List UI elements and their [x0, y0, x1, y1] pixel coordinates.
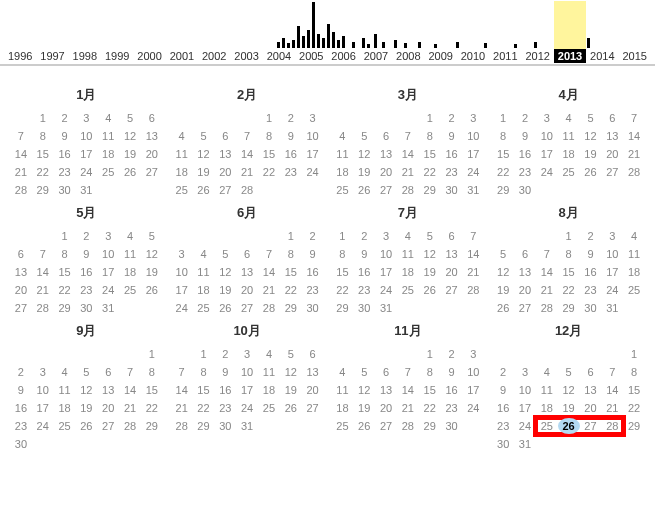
- day-2-7[interactable]: 7: [236, 128, 258, 144]
- day-11-11[interactable]: 11: [332, 382, 354, 398]
- day-2-27[interactable]: 27: [214, 182, 236, 198]
- day-12-5[interactable]: 5: [558, 364, 580, 380]
- day-8-14[interactable]: 14: [536, 264, 558, 280]
- day-5-21[interactable]: 21: [32, 282, 54, 298]
- day-9-1[interactable]: 1: [141, 346, 163, 362]
- day-5-15[interactable]: 15: [54, 264, 76, 280]
- day-4-8[interactable]: 8: [492, 128, 514, 144]
- day-11-8[interactable]: 8: [419, 364, 441, 380]
- day-4-2[interactable]: 2: [514, 110, 536, 126]
- day-8-22[interactable]: 22: [558, 282, 580, 298]
- day-4-20[interactable]: 20: [601, 146, 623, 162]
- day-1-2[interactable]: 2: [54, 110, 76, 126]
- day-8-2[interactable]: 2: [580, 228, 602, 244]
- day-6-15[interactable]: 15: [280, 264, 302, 280]
- day-7-6[interactable]: 6: [441, 228, 463, 244]
- year-2007[interactable]: 2007: [360, 49, 392, 63]
- day-12-3[interactable]: 3: [514, 364, 536, 380]
- day-2-5[interactable]: 5: [193, 128, 215, 144]
- day-5-31[interactable]: 31: [97, 300, 119, 316]
- day-1-9[interactable]: 9: [54, 128, 76, 144]
- day-12-17[interactable]: 17: [514, 400, 536, 416]
- day-2-26[interactable]: 26: [193, 182, 215, 198]
- day-7-7[interactable]: 7: [462, 228, 484, 244]
- day-12-31[interactable]: 31: [514, 436, 536, 452]
- day-1-12[interactable]: 12: [119, 128, 141, 144]
- year-2013[interactable]: 2013: [554, 49, 586, 63]
- day-4-13[interactable]: 13: [601, 128, 623, 144]
- day-7-4[interactable]: 4: [397, 228, 419, 244]
- day-3-1[interactable]: 1: [419, 110, 441, 126]
- day-7-3[interactable]: 3: [375, 228, 397, 244]
- day-12-23[interactable]: 23: [492, 418, 514, 434]
- day-8-24[interactable]: 24: [601, 282, 623, 298]
- day-12-26[interactable]: 26: [558, 418, 580, 434]
- day-5-16[interactable]: 16: [75, 264, 97, 280]
- day-4-25[interactable]: 25: [558, 164, 580, 180]
- day-10-9[interactable]: 9: [214, 364, 236, 380]
- year-1997[interactable]: 1997: [36, 49, 68, 63]
- day-5-9[interactable]: 9: [75, 246, 97, 262]
- day-6-12[interactable]: 12: [214, 264, 236, 280]
- day-11-26[interactable]: 26: [353, 418, 375, 434]
- day-10-30[interactable]: 30: [214, 418, 236, 434]
- day-2-22[interactable]: 22: [258, 164, 280, 180]
- day-2-9[interactable]: 9: [280, 128, 302, 144]
- day-3-20[interactable]: 20: [375, 164, 397, 180]
- day-5-13[interactable]: 13: [10, 264, 32, 280]
- day-1-20[interactable]: 20: [141, 146, 163, 162]
- day-7-5[interactable]: 5: [419, 228, 441, 244]
- day-2-23[interactable]: 23: [280, 164, 302, 180]
- day-6-16[interactable]: 16: [302, 264, 324, 280]
- day-5-10[interactable]: 10: [97, 246, 119, 262]
- day-2-18[interactable]: 18: [171, 164, 193, 180]
- day-11-13[interactable]: 13: [375, 382, 397, 398]
- day-4-26[interactable]: 26: [580, 164, 602, 180]
- day-2-1[interactable]: 1: [258, 110, 280, 126]
- day-3-19[interactable]: 19: [353, 164, 375, 180]
- day-12-7[interactable]: 7: [601, 364, 623, 380]
- day-3-28[interactable]: 28: [397, 182, 419, 198]
- day-9-24[interactable]: 24: [32, 418, 54, 434]
- day-2-8[interactable]: 8: [258, 128, 280, 144]
- day-9-14[interactable]: 14: [119, 382, 141, 398]
- day-8-26[interactable]: 26: [492, 300, 514, 316]
- day-11-3[interactable]: 3: [462, 346, 484, 362]
- day-7-19[interactable]: 19: [419, 264, 441, 280]
- day-9-27[interactable]: 27: [97, 418, 119, 434]
- day-6-11[interactable]: 11: [193, 264, 215, 280]
- year-2003[interactable]: 2003: [230, 49, 262, 63]
- day-11-21[interactable]: 21: [397, 400, 419, 416]
- day-9-30[interactable]: 30: [10, 436, 32, 452]
- day-11-23[interactable]: 23: [441, 400, 463, 416]
- day-10-26[interactable]: 26: [280, 400, 302, 416]
- day-1-8[interactable]: 8: [32, 128, 54, 144]
- year-2015[interactable]: 2015: [619, 49, 651, 63]
- day-10-23[interactable]: 23: [214, 400, 236, 416]
- day-11-17[interactable]: 17: [462, 382, 484, 398]
- day-10-21[interactable]: 21: [171, 400, 193, 416]
- day-1-25[interactable]: 25: [97, 164, 119, 180]
- day-5-29[interactable]: 29: [54, 300, 76, 316]
- day-12-29[interactable]: 29: [623, 418, 645, 434]
- day-9-6[interactable]: 6: [97, 364, 119, 380]
- day-5-30[interactable]: 30: [75, 300, 97, 316]
- day-12-25[interactable]: 25: [536, 418, 558, 434]
- day-8-16[interactable]: 16: [580, 264, 602, 280]
- day-9-26[interactable]: 26: [75, 418, 97, 434]
- day-8-19[interactable]: 19: [492, 282, 514, 298]
- day-6-13[interactable]: 13: [236, 264, 258, 280]
- day-3-27[interactable]: 27: [375, 182, 397, 198]
- day-5-17[interactable]: 17: [97, 264, 119, 280]
- day-12-28[interactable]: 28: [601, 418, 623, 434]
- day-4-1[interactable]: 1: [492, 110, 514, 126]
- day-4-16[interactable]: 16: [514, 146, 536, 162]
- day-6-3[interactable]: 3: [171, 246, 193, 262]
- day-3-14[interactable]: 14: [397, 146, 419, 162]
- day-9-16[interactable]: 16: [10, 400, 32, 416]
- day-1-21[interactable]: 21: [10, 164, 32, 180]
- day-3-6[interactable]: 6: [375, 128, 397, 144]
- day-9-21[interactable]: 21: [119, 400, 141, 416]
- day-7-25[interactable]: 25: [397, 282, 419, 298]
- day-9-11[interactable]: 11: [54, 382, 76, 398]
